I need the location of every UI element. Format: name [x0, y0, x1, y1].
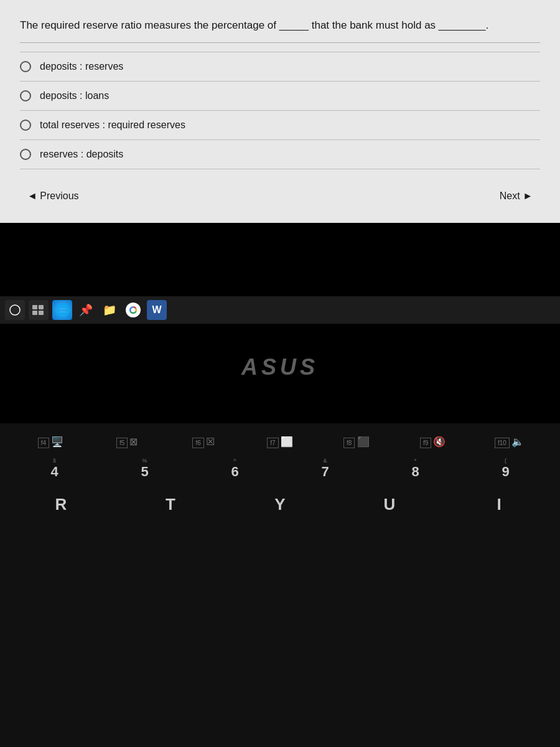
key-4[interactable]: $ 4 [37, 458, 72, 480]
edge-icon[interactable]: 🌐 [52, 300, 72, 320]
radio-c[interactable] [20, 120, 31, 131]
word-icon[interactable]: W [147, 300, 167, 320]
option-d[interactable]: reserves : deposits [20, 140, 540, 169]
key-y[interactable]: Y [261, 495, 299, 514]
key-9[interactable]: ( 9 [488, 458, 523, 480]
key-8[interactable]: * 8 [398, 458, 432, 480]
svg-point-0 [10, 305, 20, 315]
radio-d[interactable] [20, 149, 31, 160]
radio-a[interactable] [20, 61, 31, 72]
f20-box: f10 [495, 438, 510, 448]
f17-key[interactable]: f7 ⬜ [264, 436, 296, 449]
key-i[interactable]: I [480, 495, 518, 514]
option-b-label: deposits : loans [40, 90, 109, 101]
previous-button[interactable]: ◄ Previous [20, 186, 86, 207]
nav-buttons: ◄ Previous Next ► [20, 182, 540, 210]
chrome-icon[interactable] [123, 300, 143, 320]
f16-box: f6 [192, 438, 203, 448]
f18-box: f8 [343, 438, 355, 448]
f15-box: f5 [116, 438, 128, 448]
start-button[interactable] [5, 300, 25, 320]
f14-box: f4 [38, 438, 49, 448]
keyboard-area: f4 🖥️ f5 ⊠ f6 ☒ f7 ⬜ f8 ⬛ f9 🔇 f10 🔈 [0, 423, 560, 747]
svg-point-7 [131, 308, 136, 312]
option-d-label: reserves : deposits [40, 149, 123, 160]
key-5[interactable]: % 5 [128, 458, 162, 480]
radio-b[interactable] [20, 90, 31, 101]
key-6[interactable]: ^ 6 [218, 458, 252, 480]
option-c[interactable]: total reserves : required reserves [20, 111, 540, 140]
fn-icons-row: f4 🖥️ f5 ⊠ f6 ☒ f7 ⬜ f8 ⬛ f9 🔇 f10 🔈 [0, 436, 560, 449]
f17-box: f7 [267, 438, 278, 448]
question-text: The required reserve ratio measures the … [20, 17, 540, 34]
pin-icon[interactable]: 📌 [76, 300, 96, 320]
key-u[interactable]: U [371, 495, 408, 514]
f15-key[interactable]: f5 ⊠ [111, 436, 142, 449]
f19-box: f9 [420, 438, 431, 448]
next-button[interactable]: Next ► [492, 186, 540, 207]
question-divider [20, 42, 540, 43]
folder-icon[interactable]: 📁 [100, 300, 119, 320]
asus-area: ASUS [0, 330, 560, 405]
option-a-label: deposits : reserves [40, 61, 123, 72]
f20-key[interactable]: f10 🔈 [493, 436, 525, 449]
key-t[interactable]: T [152, 495, 189, 514]
svg-rect-2 [39, 305, 44, 309]
svg-rect-3 [32, 311, 37, 315]
option-c-label: total reserves : required reserves [40, 120, 185, 131]
f14-key[interactable]: f4 🖥️ [35, 436, 66, 449]
option-b[interactable]: deposits : loans [20, 82, 540, 111]
quiz-container: The required reserve ratio measures the … [0, 0, 560, 223]
key-7[interactable]: & 7 [308, 458, 342, 480]
taskbar: 🌐 📌 📁 W [0, 296, 560, 324]
options-list: deposits : reserves deposits : loans tot… [20, 52, 540, 169]
key-r[interactable]: R [42, 495, 80, 514]
asus-logo: ASUS [241, 354, 319, 380]
f18-key[interactable]: f8 ⬛ [341, 436, 372, 449]
num-row: $ 4 % 5 ^ 6 & 7 * 8 ( 9 [0, 458, 560, 480]
letters-row: R T Y U I [0, 495, 560, 514]
f16-key[interactable]: f6 ☒ [188, 436, 219, 449]
f19-key[interactable]: f9 🔇 [418, 436, 449, 449]
option-a[interactable]: deposits : reserves [20, 52, 540, 82]
svg-rect-4 [39, 311, 44, 315]
taskview-button[interactable] [29, 300, 49, 320]
svg-rect-1 [32, 305, 37, 309]
